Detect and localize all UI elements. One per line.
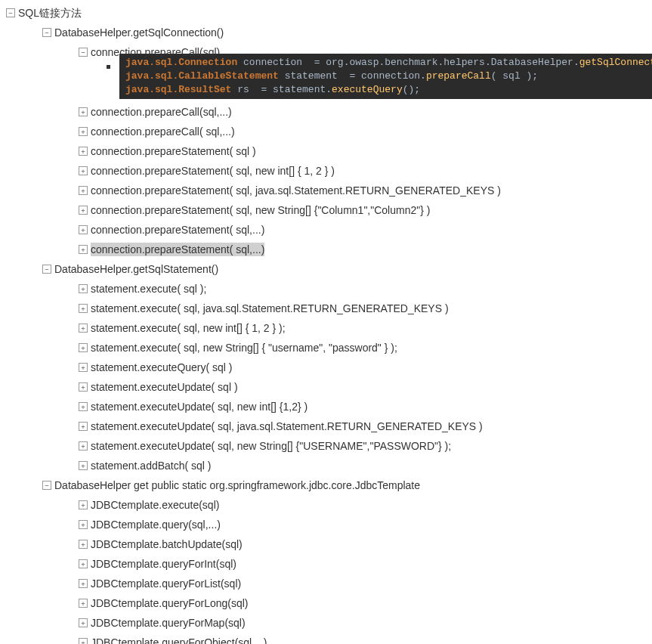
code-token: prepareCall [426, 70, 491, 82]
tree-label: statement.executeUpdate( sql ) [91, 380, 238, 394]
tree-node-item[interactable]: +connection.prepareStatement( sql, java.… [6, 181, 649, 200]
expand-icon[interactable]: + [79, 461, 88, 470]
tree-label: JDBCtemplate.execute(sql) [91, 498, 219, 512]
code-token: (); [403, 84, 420, 95]
expand-icon[interactable]: + [79, 540, 88, 549]
tree-node-item[interactable]: +connection.prepareCall( sql,...) [6, 122, 649, 141]
expand-icon[interactable]: + [79, 186, 88, 195]
tree-label: connection.prepareCall( sql,...) [91, 125, 235, 138]
tree-node-item[interactable]: +statement.executeUpdate( sql, new int[]… [6, 397, 649, 416]
tree-node-item[interactable]: +connection.prepareStatement( sql, new i… [6, 161, 649, 181]
code-token: rs = statement. [231, 84, 332, 95]
collapse-icon[interactable]: − [42, 265, 51, 274]
tree-node-item[interactable]: +statement.executeUpdate( sql ) [6, 377, 649, 397]
tree-node-item[interactable]: +statement.execute( sql ); [6, 279, 649, 299]
tree-node-item[interactable]: +statement.executeUpdate( sql, new Strin… [6, 436, 649, 456]
tree-node-section1[interactable]: − DatabaseHelper.getSqlConnection() [6, 23, 649, 42]
expand-icon[interactable]: + [79, 284, 88, 293]
tree-node-item[interactable]: +JDBCtemplate.queryForMap(sql) [6, 613, 649, 633]
code-token: statement = connection. [279, 70, 426, 82]
expand-icon[interactable]: + [79, 343, 88, 352]
code-token: connection = org.owasp.benchmark.helpers… [237, 57, 579, 68]
tree-label: DatabaseHelper.getSqlConnection() [54, 26, 224, 39]
expand-icon[interactable]: + [79, 206, 88, 215]
expand-icon[interactable]: + [79, 599, 88, 608]
tree-node-section3[interactable]: − DatabaseHelper get public static org.s… [6, 475, 649, 495]
tree-node-item[interactable]: +JDBCtemplate.query(sql,...) [6, 515, 649, 534]
expand-icon[interactable]: + [79, 382, 88, 392]
expand-icon[interactable]: + [79, 363, 88, 372]
tree-label: statement.addBatch( sql ) [91, 459, 212, 472]
tree-node-item[interactable]: +statement.addBatch( sql ) [6, 456, 649, 475]
expand-icon[interactable]: + [79, 304, 88, 313]
expand-icon[interactable]: + [79, 638, 88, 644]
tree-label: statement.executeQuery( sql ) [91, 361, 233, 374]
tree-node-section2[interactable]: − DatabaseHelper.getSqlStatement() [6, 259, 649, 279]
tree-node-item[interactable]: +statement.execute( sql, java.sql.Statem… [6, 299, 649, 318]
tree-label: statement.executeUpdate( sql, new String… [91, 439, 451, 453]
tree-label: connection.prepareStatement( sql, java.s… [91, 184, 501, 197]
expand-icon[interactable]: + [79, 107, 88, 116]
expand-icon[interactable]: + [79, 147, 88, 156]
expand-icon[interactable]: + [79, 559, 88, 568]
tree-node-item[interactable]: +statement.executeQuery( sql ) [6, 358, 649, 377]
code-token: executeQuery [332, 84, 403, 95]
bullet-icon [107, 65, 110, 69]
tree-node-item[interactable]: +statement.execute( sql, new String[] { … [6, 338, 649, 358]
tree-label: JDBCtemplate.query(sql,...) [91, 518, 221, 531]
tree-label: statement.execute( sql, new int[] { 1, 2… [91, 321, 286, 335]
tree-label: connection.prepareStatement( sql ) [91, 144, 256, 158]
expand-icon[interactable]: + [79, 441, 88, 450]
expand-icon[interactable]: + [79, 402, 88, 411]
tree-label: DatabaseHelper.getSqlStatement() [54, 262, 218, 276]
tree-node-item[interactable]: +connection.prepareStatement( sql, new S… [6, 200, 649, 220]
tree-label: JDBCtemplate.queryForInt(sql) [91, 557, 236, 571]
tree-node-root[interactable]: − SQL链接方法 [6, 3, 649, 23]
collapse-icon[interactable]: − [42, 28, 51, 37]
tree-label: JDBCtemplate.queryForObject(sql,...) [91, 636, 267, 644]
expand-icon[interactable]: + [79, 324, 88, 333]
tree-node-item[interactable]: +connection.prepareStatement( sql,...) [6, 220, 649, 240]
expand-icon[interactable]: + [79, 422, 88, 431]
tree-node-item[interactable]: +statement.executeUpdate( sql, java.sql.… [6, 416, 649, 436]
tree-node-item[interactable]: +statement.execute( sql, new int[] { 1, … [6, 318, 649, 338]
expand-icon[interactable]: + [79, 245, 88, 254]
code-token: getSqlConnection [579, 57, 652, 68]
expand-icon[interactable]: + [79, 520, 88, 529]
tree-node-item[interactable]: +connection.prepareStatement( sql,...) [6, 240, 649, 259]
tree-label: JDBCtemplate.queryForMap(sql) [91, 616, 246, 630]
expand-icon[interactable]: + [79, 225, 88, 234]
tree-node-item[interactable]: +JDBCtemplate.queryForLong(sql) [6, 593, 649, 613]
tree-label: SQL链接方法 [18, 6, 82, 20]
tree-label: DatabaseHelper get public static org.spr… [54, 478, 420, 492]
tree-node-item[interactable]: +JDBCtemplate.queryForList(sql) [6, 574, 649, 593]
collapse-icon[interactable]: − [6, 8, 15, 17]
expand-icon[interactable]: + [79, 579, 88, 588]
code-token: java.sql.Connection [125, 57, 237, 68]
expand-icon[interactable]: + [79, 166, 88, 175]
code-token: java.sql.ResultSet [125, 84, 231, 95]
tree-node-item[interactable]: +JDBCtemplate.queryForObject(sql,...) [6, 633, 649, 644]
tree-node-item[interactable]: +JDBCtemplate.execute(sql) [6, 495, 649, 515]
tree-label: connection.prepareStatement( sql,...) [91, 243, 264, 256]
expand-icon[interactable]: + [79, 618, 88, 627]
tree-label: statement.execute( sql, new String[] { "… [91, 341, 397, 355]
tree-label: statement.execute( sql, java.sql.Stateme… [91, 302, 449, 315]
tree-node-item[interactable]: +JDBCtemplate.batchUpdate(sql) [6, 534, 649, 554]
collapse-icon[interactable]: − [79, 48, 88, 57]
tree-label: statement.execute( sql ); [91, 282, 206, 296]
tree-label: JDBCtemplate.queryForList(sql) [91, 577, 241, 590]
tree-label: connection.prepareStatement( sql,...) [91, 223, 264, 237]
tree-label: connection.prepareStatement( sql, new in… [91, 164, 335, 178]
tree-label: connection.prepareStatement( sql, new St… [91, 203, 430, 217]
tree-node-item[interactable]: +connection.prepareStatement( sql ) [6, 141, 649, 161]
tree-node-item[interactable]: +connection.prepareCall(sql,...) [6, 102, 649, 122]
code-token: ( sql ); [491, 70, 538, 82]
tree-label: JDBCtemplate.queryForLong(sql) [91, 596, 249, 610]
tree-label: connection.prepareCall(sql,...) [91, 105, 232, 119]
tree-label: statement.executeUpdate( sql, java.sql.S… [91, 420, 483, 433]
expand-icon[interactable]: + [79, 127, 88, 136]
collapse-icon[interactable]: − [42, 481, 51, 490]
tree-node-item[interactable]: +JDBCtemplate.queryForInt(sql) [6, 554, 649, 574]
expand-icon[interactable]: + [79, 500, 88, 509]
